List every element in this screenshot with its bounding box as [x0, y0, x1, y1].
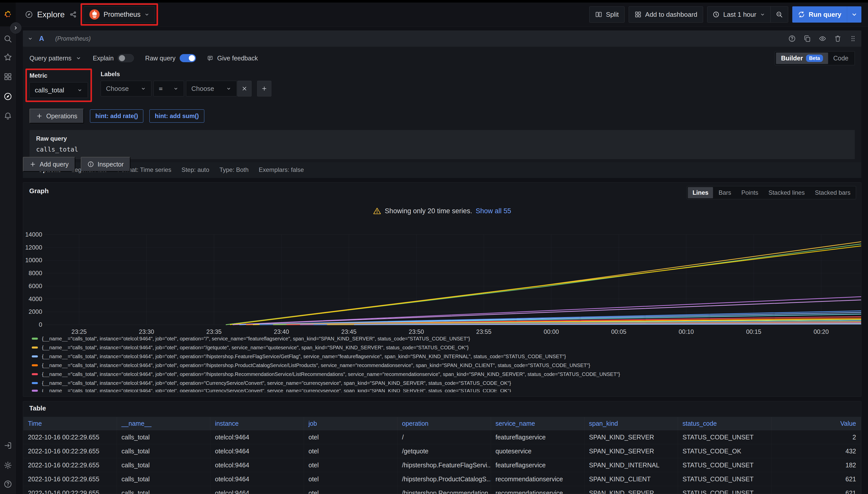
operations-button[interactable]: Operations	[30, 109, 84, 124]
column-header-status-code[interactable]: status_code	[678, 417, 772, 430]
add-label-button[interactable]	[257, 81, 271, 96]
legend-entry[interactable]: {__name__="calls_total", instance="otelc…	[32, 380, 858, 386]
y-axis-tick-label: 12000	[23, 244, 42, 251]
mode-bars[interactable]: Bars	[714, 187, 736, 198]
sidebar-dashboards-icon[interactable]	[3, 72, 12, 81]
copy-icon[interactable]	[803, 35, 811, 42]
column-header-instance[interactable]: instance	[211, 417, 304, 430]
warning-text: Showing only 20 time series.	[385, 207, 472, 215]
x-axis-tick-label: 23:45	[333, 328, 364, 335]
x-axis-tick-label: 23:40	[266, 328, 297, 335]
sidebar-explore-icon[interactable]	[3, 92, 12, 101]
x-axis-tick-label: 23:25	[64, 328, 94, 335]
cell-status-code: STATUS_CODE_UNSET	[678, 472, 772, 486]
code-tab[interactable]: Code	[828, 53, 853, 64]
explain-toggle[interactable]	[117, 54, 134, 62]
mode-points[interactable]: Points	[737, 187, 763, 198]
add-to-dashboard-button[interactable]: Add to dashboard	[629, 6, 703, 23]
run-query-button[interactable]: Run query	[792, 6, 847, 23]
trash-icon[interactable]	[834, 35, 842, 42]
explain-label: Explain	[93, 55, 113, 62]
drag-handle-icon[interactable]	[849, 35, 857, 42]
chevron-down-icon	[75, 55, 82, 61]
mode-lines[interactable]: Lines	[688, 187, 713, 198]
hint-add-rate-button[interactable]: hint: add rate()	[90, 109, 143, 122]
explore-icon	[25, 11, 33, 19]
apps-icon	[634, 11, 641, 18]
time-range-button[interactable]: Last 1 hour	[707, 6, 771, 22]
raw-query-toggle[interactable]	[180, 54, 196, 62]
legend-entry[interactable]: {__name__="calls_total", instance="otelc…	[32, 345, 858, 350]
legend-entry[interactable]: {__name__="calls_total", instance="otelc…	[32, 362, 858, 368]
page-title: Explore	[37, 10, 65, 19]
metric-label: Metric	[30, 72, 88, 79]
inspector-button[interactable]: Inspector	[81, 157, 130, 172]
sidebar-expand-button[interactable]	[10, 22, 21, 34]
share-icon[interactable]	[69, 11, 77, 18]
legend-swatch	[32, 364, 38, 366]
time-series-chart[interactable]	[44, 230, 862, 325]
label-operator-select[interactable]: =	[153, 81, 184, 96]
y-axis-tick-label: 6000	[23, 282, 42, 290]
column-header-operation[interactable]: operation	[397, 417, 491, 430]
metric-select[interactable]: calls_total	[30, 82, 88, 98]
legend-entry[interactable]: {__name__="calls_total", instance="otelc…	[32, 336, 858, 341]
legend-entry[interactable]: {__name__="calls_total", instance="otelc…	[32, 354, 858, 359]
eye-icon[interactable]	[819, 35, 826, 42]
remove-label-button[interactable]	[237, 81, 252, 96]
cell-time: 2022-10-16 00:22:29.655	[23, 472, 117, 486]
query-patterns-dropdown[interactable]: Query patterns	[30, 55, 82, 62]
table-row: 2022-10-16 00:22:29.655calls_totalotelco…	[23, 430, 861, 444]
sidebar-alerting-icon[interactable]	[3, 112, 12, 120]
graph-panel: Graph Lines Bars Points Stacked lines St…	[23, 182, 862, 397]
cell-service-name: featureflagservice	[491, 430, 584, 444]
sidebar-sign-in-icon[interactable]	[3, 441, 12, 450]
zoom-out-button[interactable]	[771, 6, 788, 22]
datasource-name: Prometheus	[104, 11, 141, 19]
show-all-series-link[interactable]: Show all 55	[476, 207, 511, 215]
column-header-job[interactable]: job	[304, 417, 397, 430]
plus-icon	[30, 161, 36, 168]
metric-highlight-box: Metric calls_total	[25, 69, 92, 102]
split-icon	[595, 11, 602, 18]
legend-swatch	[32, 382, 38, 384]
explain-toggle-group: Explain	[93, 54, 134, 62]
collapse-chevron-icon[interactable]	[28, 36, 33, 41]
results-table: Time__name__instancejoboperationservice_…	[23, 417, 861, 494]
label-value-select[interactable]: Choose	[186, 81, 237, 96]
column-header---name--[interactable]: __name__	[117, 417, 211, 430]
chevron-down-icon	[851, 11, 858, 18]
chevron-down-icon	[173, 86, 179, 91]
column-header-service-name[interactable]: service_name	[491, 417, 584, 430]
column-header-time[interactable]: Time	[23, 417, 117, 430]
sidebar-starred-icon[interactable]	[3, 53, 12, 61]
chevron-down-icon	[141, 86, 146, 91]
legend-entry[interactable]: {__name__="calls_total", instance="otelc…	[32, 372, 858, 377]
column-header-span-kind[interactable]: span_kind	[584, 417, 678, 430]
column-header-value[interactable]: Value	[772, 417, 861, 430]
mode-stacked-lines[interactable]: Stacked lines	[764, 187, 809, 198]
legend-entry-clipped[interactable]: {__name__="calls_total", instance="otelc…	[32, 389, 858, 392]
cell-span-kind: SPAN_KIND_SERVER	[584, 430, 678, 444]
add-query-button[interactable]: Add query	[23, 157, 75, 172]
labels-label: Labels	[101, 71, 271, 78]
help-icon[interactable]	[788, 35, 796, 42]
info-circle-icon	[87, 161, 94, 168]
close-icon	[241, 86, 248, 92]
query-row-header[interactable]: A (Prometheus)	[23, 31, 862, 47]
cell-status-code: STATUS_CODE_UNSET	[678, 430, 772, 444]
hint-add-sum-button[interactable]: hint: add sum()	[149, 109, 204, 122]
builder-tab[interactable]: Builder Beta	[776, 53, 828, 64]
sidebar-settings-icon[interactable]	[3, 461, 12, 470]
datasource-picker[interactable]: Prometheus	[84, 6, 155, 23]
legend-series-label: {__name__="calls_total", instance="otelc…	[42, 380, 511, 386]
mode-stacked-bars[interactable]: Stacked bars	[810, 187, 855, 198]
sidebar-search-icon[interactable]	[3, 35, 12, 43]
label-key-select[interactable]: Choose	[101, 81, 151, 96]
run-query-interval-button[interactable]	[847, 6, 862, 23]
split-button[interactable]: Split	[589, 6, 625, 23]
give-feedback-button[interactable]: Give feedback	[207, 55, 258, 62]
sidebar-help-icon[interactable]	[3, 480, 12, 489]
y-axis-tick-label: 14000	[23, 231, 42, 239]
top-strip	[0, 0, 868, 2]
